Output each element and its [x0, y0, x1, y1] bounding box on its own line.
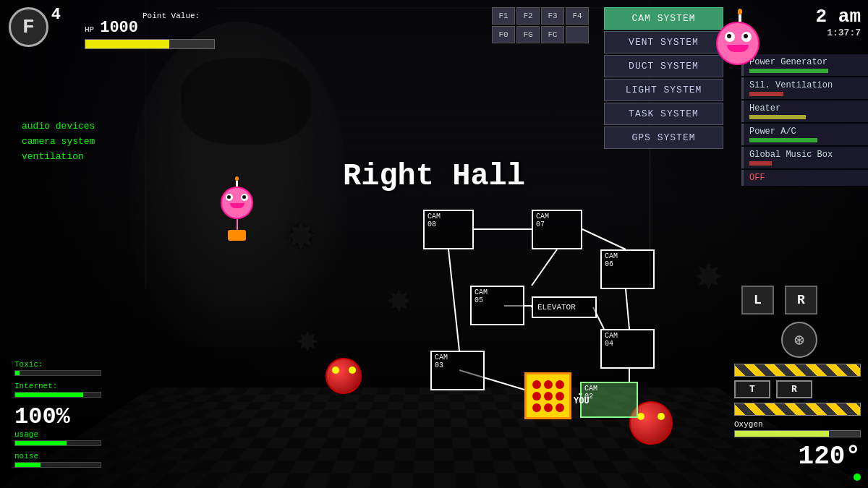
- hp-label: HP: [85, 25, 94, 34]
- eye-right: [741, 32, 752, 42]
- noise-section: noise: [14, 452, 116, 468]
- point-value-label: Point Value:: [142, 12, 200, 20]
- off-item: OFF: [741, 170, 868, 186]
- cam-08-label: CAM08: [427, 213, 441, 228]
- elevator-label: ELEVATOR: [537, 303, 576, 312]
- hazard-bar-bottom: [734, 403, 861, 416]
- vent-system-button[interactable]: VENT SYSTEM: [604, 31, 723, 53]
- camera-system-label: camera system: [22, 134, 95, 150]
- toxic-section: Toxic:: [14, 360, 116, 376]
- heater-bar: [749, 115, 806, 119]
- fan-icon[interactable]: ⊛: [781, 322, 817, 358]
- cam-03-label: CAM03: [435, 354, 448, 369]
- dot-1: [532, 380, 541, 389]
- gps-system-button[interactable]: GPS SYSTEM: [604, 127, 723, 149]
- demon-eye-left: [332, 367, 339, 374]
- internet-label: Internet:: [14, 382, 116, 390]
- toxic-bar: [15, 371, 20, 375]
- level-number: 4: [51, 6, 61, 24]
- cam-03-node[interactable]: CAM03: [430, 351, 485, 390]
- internet-percent: 100%: [14, 403, 116, 430]
- cam-system-button[interactable]: CAM SYSTEM: [604, 7, 723, 30]
- hp-bar: [85, 40, 169, 48]
- hp-value: 1000: [100, 19, 138, 37]
- sil-ventilation-bar: [749, 92, 783, 96]
- system-menu: CAM SYSTEM VENT SYSTEM DUCT SYSTEM LIGHT…: [604, 7, 723, 150]
- cam-06-label: CAM06: [605, 252, 618, 268]
- svg-line-2: [532, 249, 557, 286]
- heater-item: Heater: [741, 100, 868, 122]
- noise-bar: [15, 463, 41, 467]
- oxygen-bar-container: [734, 430, 861, 437]
- demon-eye-right: [349, 367, 356, 374]
- cam-08-node[interactable]: CAM08: [423, 210, 474, 249]
- spiky-1: ✸: [286, 202, 316, 265]
- small-balloon-character: [221, 181, 253, 241]
- degree-display: 120°: [734, 442, 861, 471]
- task-system-button[interactable]: TASK SYSTEM: [604, 103, 723, 125]
- global-music-box-item: Global Music Box: [741, 147, 868, 168]
- dot-7: [532, 403, 541, 412]
- toxic-label: Toxic:: [14, 360, 116, 369]
- cam-07-node[interactable]: CAM07: [532, 210, 582, 249]
- sm-eye-right: [241, 194, 248, 201]
- r-button[interactable]: R: [776, 380, 812, 398]
- hp-bar-container: [85, 39, 215, 49]
- internet-section: Internet: 100%: [14, 382, 116, 430]
- device-labels: audio devices camera system ventilation: [22, 119, 95, 164]
- oxygen-bar: [735, 431, 829, 437]
- pizza-dots: [527, 374, 569, 417]
- light-system-button[interactable]: LIGHT SYSTEM: [604, 79, 723, 101]
- svg-line-10: [626, 289, 629, 329]
- internet-bar-container: [14, 392, 101, 398]
- noise-label: noise: [14, 452, 116, 461]
- dot-3: [556, 380, 564, 389]
- spiky-4: ✸: [297, 318, 318, 362]
- balloon-sm: [221, 187, 253, 219]
- noise-bar-container: [14, 462, 101, 468]
- cam-07-label: CAM07: [536, 213, 549, 228]
- cam-05-node[interactable]: CAM05: [470, 286, 524, 325]
- usage-bar-container: [14, 440, 101, 446]
- cam-06-node[interactable]: CAM06: [600, 249, 655, 289]
- dot-6: [556, 392, 564, 401]
- right-system-list: Power Generator Sil. Ventilation Heater …: [741, 54, 868, 187]
- dot-5: [544, 392, 553, 401]
- animatronic-head: [181, 58, 311, 145]
- power-ac-label: Power A/C: [749, 127, 796, 137]
- internet-bar: [15, 393, 83, 397]
- lr-buttons: L R: [741, 286, 817, 314]
- toxic-bar-container: [14, 370, 101, 376]
- elevator-node[interactable]: ELEVATOR: [532, 296, 597, 318]
- usage-label: usage: [14, 430, 116, 439]
- svg-line-9: [448, 249, 459, 351]
- location-label: Right Hall: [343, 159, 525, 194]
- svg-line-1: [582, 229, 626, 249]
- dot-4: [532, 392, 541, 401]
- flame: [738, 9, 742, 14]
- dot-2: [544, 380, 553, 389]
- audio-devices-label: audio devices: [22, 119, 95, 134]
- sil-ventilation-label: Sil. Ventilation: [749, 80, 833, 90]
- red-demon-left: [326, 358, 362, 394]
- right-nav-button[interactable]: R: [785, 286, 817, 314]
- power-ac-bar: [749, 138, 817, 142]
- cam-04-node[interactable]: CAM04: [600, 329, 655, 369]
- spiky-2: ✸: [387, 275, 411, 324]
- duct-system-button[interactable]: DUCT SYSTEM: [604, 55, 723, 77]
- global-music-box-bar: [749, 161, 772, 166]
- global-music-box-label: Global Music Box: [749, 150, 833, 160]
- character-icon-top-right: [716, 14, 763, 61]
- eye-left: [725, 32, 735, 42]
- dot-8: [544, 403, 553, 412]
- off-label: OFF: [749, 173, 765, 183]
- t-button[interactable]: T: [734, 380, 770, 398]
- camera-map: CAM08 CAM07 CAM06 CAM05 ELEVATOR CAM04 C…: [412, 202, 716, 463]
- you-marker: YOU: [574, 396, 590, 406]
- left-nav-button[interactable]: L: [741, 286, 774, 314]
- status-dot: [854, 474, 861, 481]
- bottom-right-panel: T R Oxygen 120°: [734, 364, 861, 481]
- usage-bar: [15, 441, 67, 445]
- ventilation-label: ventilation: [22, 150, 95, 165]
- sm-eye-left: [226, 194, 233, 201]
